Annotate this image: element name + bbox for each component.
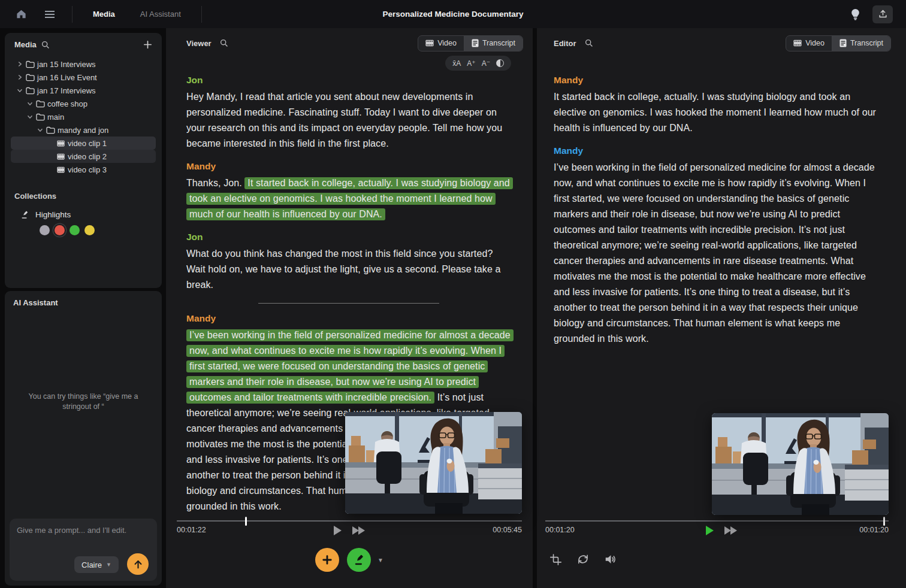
play-button[interactable] [334, 526, 342, 535]
tree-item-label: coffee shop [47, 99, 87, 108]
clip-icon [55, 140, 67, 147]
transcript-text: Thanks, Jon. [186, 178, 244, 188]
tree-item[interactable]: coffee shop [11, 97, 156, 110]
collection-highlights[interactable]: Highlights [20, 210, 152, 219]
transcript-paragraph[interactable]: I’ve been working in the field of person… [554, 160, 878, 347]
speaker-label: Mandy [554, 75, 878, 86]
ai-assistant-title: AI Assistant [13, 298, 58, 307]
fast-forward-button[interactable] [352, 526, 365, 535]
prompt-input[interactable] [17, 526, 150, 552]
home-button[interactable] [11, 5, 31, 23]
transcript-text: I’ve been working in the field of person… [554, 162, 875, 344]
editor-timeline[interactable] [545, 520, 889, 522]
transcript-paragraph[interactable]: Thanks, Jon. It started back in college,… [186, 175, 511, 222]
viewer-video-tab[interactable]: Video [418, 36, 464, 51]
search-icon[interactable] [585, 39, 593, 47]
crop-button[interactable] [548, 551, 563, 567]
fast-forward-button[interactable] [724, 526, 737, 535]
send-prompt-button[interactable] [127, 553, 149, 575]
volume-icon [604, 553, 617, 566]
video-frame [712, 413, 889, 515]
editor-transcript-tab[interactable]: Transcript [832, 36, 890, 51]
playhead[interactable] [883, 517, 885, 526]
tree-item-label: jan 16 Live Event [37, 73, 97, 82]
highlight-button[interactable] [347, 548, 371, 572]
speaker-label: Jon [186, 232, 511, 243]
chevron-icon[interactable] [16, 61, 24, 67]
sidebar: Media jan 15 Interviewsjan 16 Live Event… [5, 28, 162, 588]
crop-icon [549, 553, 562, 566]
transcript-paragraph[interactable]: It started back in college, actually. I … [554, 89, 878, 136]
media-panel: Media jan 15 Interviewsjan 16 Live Event… [5, 33, 162, 288]
playhead[interactable] [245, 517, 247, 526]
highlight-color-dot[interactable] [84, 225, 95, 235]
chevron-icon[interactable] [16, 74, 24, 80]
tree-item-label: jan 15 Interviews [37, 60, 96, 69]
folder-icon [34, 100, 46, 108]
tree-item[interactable]: mandy and jon [11, 123, 156, 137]
highlighter-icon [353, 554, 365, 566]
highlight-colors [40, 225, 152, 235]
transcript-paragraph[interactable]: What do you think has changed the most i… [186, 246, 511, 293]
lightbulb-icon [850, 8, 860, 20]
transcript-paragraph[interactable]: Hey Mandy, I read that article you sent … [186, 89, 511, 151]
tree-item-label: mandy and jon [58, 126, 108, 135]
tree-item[interactable]: video clip 3 [11, 163, 156, 176]
ai-assistant-hint: You can try things like “give me a strin… [17, 392, 150, 412]
tree-item-label: jan 17 Interviews [37, 86, 96, 95]
publish-button[interactable] [872, 5, 893, 23]
chevron-icon[interactable] [26, 101, 34, 107]
viewer-transcript-tab[interactable]: Transcript [464, 36, 523, 51]
chevron-down-icon[interactable]: ▼ [378, 557, 383, 563]
ai-assistant-panel: AI Assistant You can try things like “gi… [5, 291, 162, 586]
retake-button[interactable] [575, 551, 591, 567]
chevron-icon[interactable] [16, 87, 24, 93]
tips-button[interactable] [845, 5, 865, 23]
add-to-timeline-button[interactable] [315, 548, 339, 572]
volume-button[interactable] [603, 551, 618, 567]
voice-select[interactable]: Claire ▼ [74, 556, 119, 573]
editor-video-preview[interactable] [712, 413, 889, 515]
media-panel-title: Media [14, 40, 37, 49]
tree-item[interactable]: jan 16 Live Event [11, 71, 156, 84]
tree-item[interactable]: video clip 1 [11, 137, 156, 150]
search-icon[interactable] [220, 39, 228, 47]
editor-view-toggle: Video Transcript [786, 35, 891, 51]
tree-item-label: main [47, 113, 64, 122]
highlight-color-dot[interactable] [55, 225, 65, 235]
tree-item-label: video clip 1 [68, 139, 107, 148]
tab-ai-assistant[interactable]: AI Assistant [132, 5, 189, 23]
search-icon[interactable] [41, 41, 50, 49]
tab-media[interactable]: Media [84, 5, 123, 23]
chevron-icon[interactable] [26, 114, 34, 120]
viewer-timeline[interactable] [177, 520, 522, 522]
home-icon [16, 8, 27, 20]
tree-item[interactable]: main [11, 110, 156, 123]
viewer-view-toggle: Video Transcript [418, 35, 523, 51]
editor-video-tab-label: Video [805, 39, 825, 47]
clip-icon [55, 153, 67, 160]
chevron-icon[interactable] [36, 127, 44, 133]
tree-item[interactable]: video clip 2 [11, 150, 156, 163]
highlight-color-dot[interactable] [70, 225, 80, 235]
paragraph-divider [258, 303, 439, 304]
topbar-divider [201, 6, 202, 23]
speaker-label: Mandy [186, 161, 511, 172]
highlight-color-dot[interactable] [40, 225, 50, 235]
upload-icon [878, 9, 888, 19]
prompt-box: Claire ▼ [10, 519, 157, 581]
viewer-video-tab-label: Video [437, 39, 457, 47]
arrow-up-icon [132, 559, 144, 570]
editor-video-tab[interactable]: Video [786, 36, 832, 51]
add-media-button[interactable] [143, 40, 152, 49]
highlighter-icon [20, 210, 29, 219]
viewer-panel: Viewer Video Transcript x̄A A⁺ A⁻ JonHey… [166, 28, 533, 588]
viewer-video-preview[interactable] [345, 412, 522, 514]
tree-item[interactable]: jan 17 Interviews [11, 84, 156, 97]
tree-item[interactable]: jan 15 Interviews [11, 57, 156, 71]
transcript-text: It started back in college, actually. I … [554, 92, 876, 133]
menu-icon [44, 10, 55, 19]
viewer-title: Viewer [186, 39, 212, 48]
menu-button[interactable] [40, 5, 60, 23]
play-button[interactable] [706, 526, 714, 535]
